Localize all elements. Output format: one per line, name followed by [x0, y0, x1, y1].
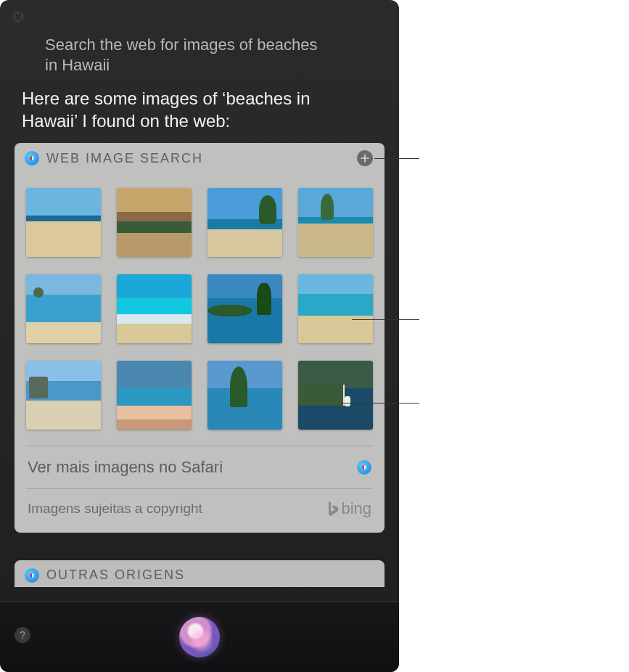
image-result-thumbnail[interactable] [117, 361, 192, 430]
card-title: WEB IMAGE SEARCH [46, 151, 350, 166]
safari-icon [357, 460, 371, 475]
help-icon: ? [20, 629, 25, 641]
bing-provider-label: bing [326, 499, 371, 518]
safari-icon [25, 151, 39, 165]
image-result-thumbnail[interactable] [26, 361, 101, 430]
image-results-grid [15, 171, 385, 446]
user-query-text: Search the web for images of beaches in … [45, 35, 334, 75]
help-button[interactable]: ? [15, 627, 30, 643]
callout-line [374, 158, 419, 159]
close-icon [15, 14, 21, 20]
image-result-thumbnail[interactable] [117, 188, 192, 257]
siri-activation-button[interactable] [179, 617, 220, 657]
add-to-pinned-button[interactable] [357, 150, 373, 166]
plus-icon [361, 154, 369, 163]
copyright-notice: Imagens sujeitas a copyright [28, 501, 202, 517]
image-result-thumbnail[interactable] [117, 274, 192, 343]
image-result-thumbnail[interactable] [26, 188, 101, 257]
image-result-thumbnail[interactable] [207, 188, 282, 257]
image-result-thumbnail[interactable] [207, 274, 282, 343]
other-sources-card: OUTRAS ORIGENS [15, 560, 385, 587]
web-image-search-card: WEB IMAGE SEARCH Ver mais imagens no Sa [15, 143, 385, 533]
image-result-thumbnail[interactable] [298, 274, 373, 343]
card-title: OUTRAS ORIGENS [46, 567, 373, 583]
image-result-thumbnail[interactable] [298, 361, 373, 430]
safari-icon [25, 568, 39, 583]
bing-text: bing [341, 499, 371, 518]
siri-response-text: Here are some images of ‘beaches in Hawa… [22, 87, 334, 132]
siri-window: Search the web for images of beaches in … [0, 0, 399, 672]
callout-line [352, 319, 419, 320]
card-header: WEB IMAGE SEARCH [15, 143, 385, 171]
image-result-thumbnail[interactable] [298, 188, 373, 257]
close-button[interactable] [12, 11, 24, 22]
callout-line [341, 403, 419, 403]
image-result-thumbnail[interactable] [26, 274, 101, 343]
bing-icon [326, 501, 340, 517]
image-result-thumbnail[interactable] [207, 361, 282, 430]
card-footer: Imagens sujeitas a copyright bing [15, 489, 385, 533]
see-more-in-safari-link[interactable]: Ver mais imagens no Safari [15, 446, 385, 488]
see-more-label: Ver mais imagens no Safari [28, 458, 223, 477]
siri-footer-bar: ? [0, 602, 399, 672]
card-header: OUTRAS ORIGENS [15, 560, 385, 587]
